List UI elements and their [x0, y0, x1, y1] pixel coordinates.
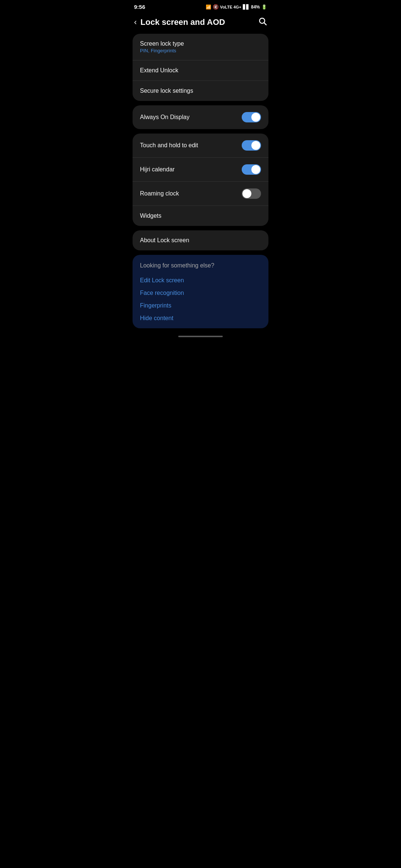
hijri-calendar-toggle[interactable]	[242, 164, 261, 175]
status-time: 9:56	[134, 4, 145, 10]
bluetooth-icon: 📶	[206, 4, 211, 10]
page-title: Lock screen and AOD	[140, 17, 225, 27]
hijri-calendar-label: Hijri calendar	[140, 166, 175, 173]
roaming-clock-label: Roaming clock	[140, 190, 179, 197]
fingerprints-link[interactable]: Fingerprints	[140, 299, 261, 312]
nav-indicator	[178, 336, 223, 337]
roaming-clock-item[interactable]: Roaming clock	[133, 181, 268, 206]
aod-card: Always On Display	[133, 105, 268, 129]
toggle-knob-2	[251, 141, 260, 150]
edit-lock-screen-link[interactable]: Edit Lock screen	[140, 274, 261, 287]
screen-lock-type-item[interactable]: Screen lock type PIN, Fingerprints	[133, 34, 268, 60]
lock-screen-card: Touch and hold to edit Hijri calendar Ro…	[133, 134, 268, 226]
roaming-clock-toggle[interactable]	[242, 188, 261, 199]
settings-content: Screen lock type PIN, Fingerprints Exten…	[128, 34, 273, 250]
face-recognition-link[interactable]: Face recognition	[140, 287, 261, 299]
looking-card: Looking for something else? Edit Lock sc…	[133, 255, 268, 328]
page-header: ‹ Lock screen and AOD	[128, 12, 273, 34]
extend-unlock-label: Extend Unlock	[140, 67, 178, 74]
signal-text: VoLTE 4G+	[220, 5, 241, 9]
svg-line-1	[264, 23, 267, 25]
status-icons: 📶 🔇 VoLTE 4G+ ▋▋ 84% 🔋	[206, 4, 267, 10]
extend-unlock-item[interactable]: Extend Unlock	[133, 60, 268, 80]
battery-icon: 🔋	[261, 4, 267, 10]
screen-lock-type-sublabel: PIN, Fingerprints	[140, 48, 184, 53]
hijri-calendar-item[interactable]: Hijri calendar	[133, 157, 268, 181]
about-lock-screen-label: About Lock screen	[140, 237, 189, 244]
toggle-knob-4	[242, 189, 251, 198]
status-bar: 9:56 📶 🔇 VoLTE 4G+ ▋▋ 84% 🔋	[128, 0, 273, 12]
search-icon[interactable]	[258, 17, 267, 28]
always-on-display-item[interactable]: Always On Display	[133, 105, 268, 129]
toggle-knob-3	[251, 165, 260, 174]
widgets-label: Widgets	[140, 213, 162, 219]
always-on-display-label: Always On Display	[140, 114, 189, 121]
touch-hold-edit-item[interactable]: Touch and hold to edit	[133, 134, 268, 157]
about-card: About Lock screen	[133, 230, 268, 250]
looking-title: Looking for something else?	[140, 262, 261, 269]
signal-bars: ▋▋	[243, 4, 250, 10]
secure-lock-settings-label: Secure lock settings	[140, 88, 193, 94]
touch-hold-edit-toggle[interactable]	[242, 140, 261, 151]
header-left: ‹ Lock screen and AOD	[134, 17, 225, 27]
widgets-item[interactable]: Widgets	[133, 206, 268, 226]
security-card: Screen lock type PIN, Fingerprints Exten…	[133, 34, 268, 101]
touch-hold-edit-label: Touch and hold to edit	[140, 142, 198, 149]
secure-lock-settings-item[interactable]: Secure lock settings	[133, 80, 268, 101]
back-button[interactable]: ‹	[134, 17, 137, 27]
battery-text: 84%	[251, 4, 260, 10]
screen-lock-type-label: Screen lock type	[140, 40, 184, 47]
hide-content-link[interactable]: Hide content	[140, 312, 261, 325]
toggle-knob	[251, 113, 260, 122]
mute-icon: 🔇	[213, 4, 219, 10]
always-on-display-toggle[interactable]	[242, 112, 261, 122]
about-lock-screen-item[interactable]: About Lock screen	[133, 230, 268, 250]
